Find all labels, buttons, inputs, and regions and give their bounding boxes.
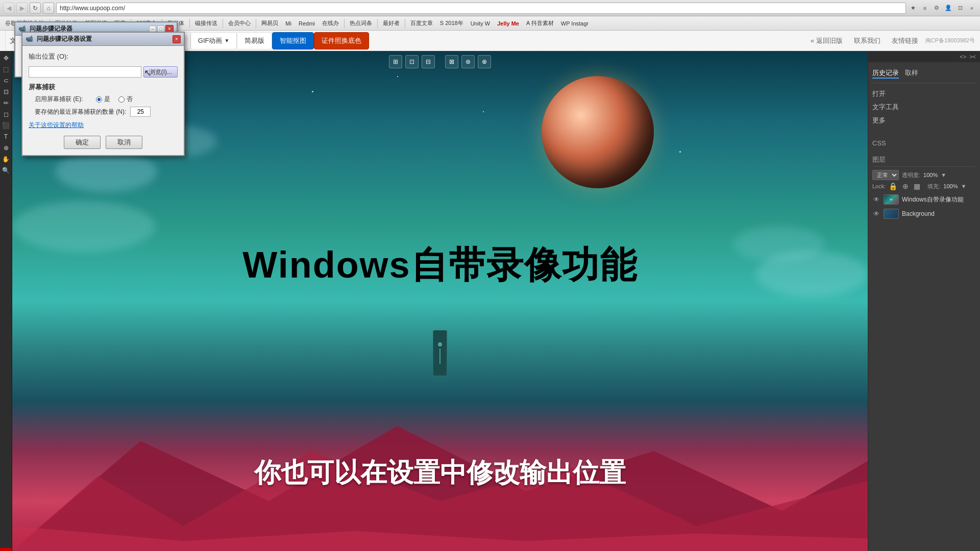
nav-smart-cutout[interactable]: 智能抠图 (272, 32, 314, 49)
sidebar-brush-icon[interactable]: ✏ (1, 98, 11, 108)
toolbar-online[interactable]: 在线办 (319, 18, 342, 29)
toolbar-360[interactable]: 360安全 (133, 18, 160, 29)
sidebar-color-bar (0, 548, 12, 551)
opacity-label: 透明度: (902, 171, 920, 179)
sidebar-text-icon[interactable]: T (1, 132, 11, 142)
layer-name-2: Background (902, 210, 935, 217)
toolbar-screenshot[interactable]: 截图拼接 (82, 18, 110, 29)
return-old-btn[interactable]: « 返回旧版 (806, 36, 847, 45)
action-text-tool[interactable]: 文字工具 (872, 101, 976, 114)
sidebar-crop-icon[interactable]: ⊡ (1, 87, 11, 97)
browser-icons-right: ★ ≡ ⚙ 👤 ⊡ × (908, 3, 977, 13)
canvas-align-center[interactable]: ⊡ (405, 55, 419, 68)
right-panel-toggle[interactable]: <> >< (868, 51, 980, 62)
canvas-tool-3[interactable]: ⊕ (478, 55, 491, 68)
layer-item-1[interactable]: 👁 W Windows自带录像功能 (872, 192, 976, 207)
toolbar-sep-2 (131, 19, 131, 28)
fill-value: 100% (943, 183, 958, 189)
canvas-tool-2[interactable]: ⊛ (461, 55, 475, 68)
sidebar-lasso-icon[interactable]: ⊂ (1, 76, 11, 86)
toolbar-baidu[interactable]: 百度 (111, 18, 129, 29)
toolbar-sep-5 (223, 19, 223, 28)
sidebar-eraser-icon[interactable]: ◻ (1, 109, 11, 119)
layer-eye-1[interactable]: 👁 (872, 195, 880, 204)
sidebar-move-icon[interactable]: ✥ (1, 53, 11, 63)
canvas-toolbar: ⊞ ⊡ ⊟ ⊠ ⊛ ⊕ (389, 55, 491, 68)
contact-btn[interactable]: 联系我们 (850, 36, 885, 45)
nav-id-photo[interactable]: 证件照换底色 (314, 32, 369, 49)
toolbar-vip[interactable]: 会员中心 (225, 18, 254, 29)
video-control-line (439, 348, 440, 364)
sidebar-hand-icon[interactable]: ✋ (1, 154, 11, 164)
main-canvas: Windows自带录像功能 你也可以在设置中修改输出位置 ⊞ ⊡ ⊟ ⊠ ⊛ ⊕ (12, 51, 868, 551)
lock-fill-icon[interactable]: ▦ (914, 182, 920, 190)
toolbar-unity[interactable]: Unity W (468, 18, 494, 29)
layers-section: 图层 正常 透明度: 100% ▼ Lock: 🔒 ⊕ ▦ (872, 153, 976, 221)
settings-icon[interactable]: ⚙ (932, 3, 942, 13)
friend-link-btn[interactable]: 友情链接 (888, 36, 922, 45)
toolbar-douyin[interactable]: A 抖音素材 (523, 18, 557, 29)
window-icon[interactable]: ⊡ (955, 3, 965, 13)
nav-simple[interactable]: 简易版 (237, 32, 272, 49)
left-sidebar: ✥ ⬚ ⊂ ⊡ ✏ ◻ ⬛ T ⊕ ✋ 🔍 (0, 51, 12, 551)
close-icon[interactable]: × (967, 3, 977, 13)
video-control[interactable] (433, 330, 447, 376)
blend-mode-select[interactable]: 正常 (872, 170, 899, 180)
toolbar-transfer[interactable]: 磁接传送 (192, 18, 220, 29)
sidebar-zoom-icon[interactable]: 🔍 (1, 165, 11, 176)
canvas-align-left[interactable]: ⊞ (389, 55, 402, 68)
layer-thumb-2 (884, 209, 899, 219)
app-logo[interactable]: 文件 (5, 31, 28, 51)
cloud-3 (140, 126, 217, 157)
toolbar-netease[interactable]: 网易贝 (258, 18, 281, 29)
right-panel-tabs: 历史记录 取样 (872, 66, 976, 83)
canvas-subtitle: 你也可以在设置中修改输出位置 (254, 455, 626, 491)
tab-sample[interactable]: 取样 (905, 68, 918, 79)
opacity-arrow[interactable]: ▼ (941, 172, 946, 178)
layer-thumb-1: W (884, 194, 899, 205)
canvas-align-right[interactable]: ⊟ (422, 55, 435, 68)
toolbar-s2018[interactable]: S 2018年 (437, 18, 467, 29)
nav-poster-machine[interactable]: 机器海报 ▼ (31, 32, 80, 49)
fill-arrow[interactable]: ▼ (961, 183, 967, 189)
toolbar-instagram[interactable]: WP Instagr (558, 18, 592, 29)
lock-move-icon[interactable]: ⊕ (902, 182, 909, 190)
back-button[interactable]: ◀ (3, 3, 14, 14)
toolbar-mi[interactable]: Mi (282, 18, 295, 29)
toolbar-sep-4 (189, 19, 190, 28)
address-bar[interactable]: http://www.uupoop.com/ (56, 3, 906, 14)
toolbar-jellyme[interactable]: Jelly Me (494, 18, 522, 29)
toolbar-redmi[interactable]: Redmi (296, 18, 318, 29)
sidebar-eyedropper-icon[interactable]: ⊕ (1, 143, 11, 153)
layers-title: 图层 (872, 153, 976, 167)
forward-button[interactable]: ▶ (16, 3, 28, 14)
home-button[interactable]: ⌂ (43, 3, 54, 14)
css-label: CSS (872, 137, 976, 149)
toolbar-hotwords[interactable]: 热点词条 (347, 18, 375, 29)
nav-mobile-poster[interactable]: 手机海报制作 (135, 32, 190, 49)
layer-eye-2[interactable]: 👁 (872, 210, 880, 218)
sidebar-fill-icon[interactable]: ⬛ (1, 120, 11, 131)
toolbar-image-convert[interactable]: 图片转换 (52, 18, 81, 29)
right-panel: <> >< 历史记录 取样 打开 文字工具 更多 CSS (868, 51, 980, 551)
canvas-tool-1[interactable]: ⊠ (445, 55, 458, 68)
tab-history[interactable]: 历史记录 (872, 68, 899, 79)
lock-icon[interactable]: 🔒 (889, 182, 897, 190)
action-more[interactable]: 更多 (872, 114, 976, 127)
action-open[interactable]: 打开 (872, 87, 976, 101)
user-icon[interactable]: 👤 (943, 3, 953, 13)
toolbar-sep-7 (344, 19, 345, 28)
toolbar-google-pinyin[interactable]: 谷歌拼音输入法 (2, 18, 47, 29)
nav-wechat-cover[interactable]: 公众号封面 ▼ (80, 32, 135, 49)
toolbar-newmedia[interactable]: 新媒体 (164, 18, 187, 29)
layer-item-2[interactable]: 👁 Background (872, 207, 976, 221)
star-icon[interactable]: ★ (908, 3, 918, 13)
nav-gif[interactable]: GIF动画 ▼ (190, 32, 237, 49)
toolbar-best[interactable]: 最好者 (380, 18, 403, 29)
cloud-1 (55, 151, 157, 192)
refresh-button[interactable]: ↻ (30, 3, 41, 14)
toolbar-baiduarticle[interactable]: 百度文章 (407, 18, 436, 29)
canvas-title: Windows自带录像功能 (242, 241, 637, 290)
sidebar-select-icon[interactable]: ⬚ (1, 64, 11, 74)
menu-icon[interactable]: ≡ (920, 3, 930, 13)
